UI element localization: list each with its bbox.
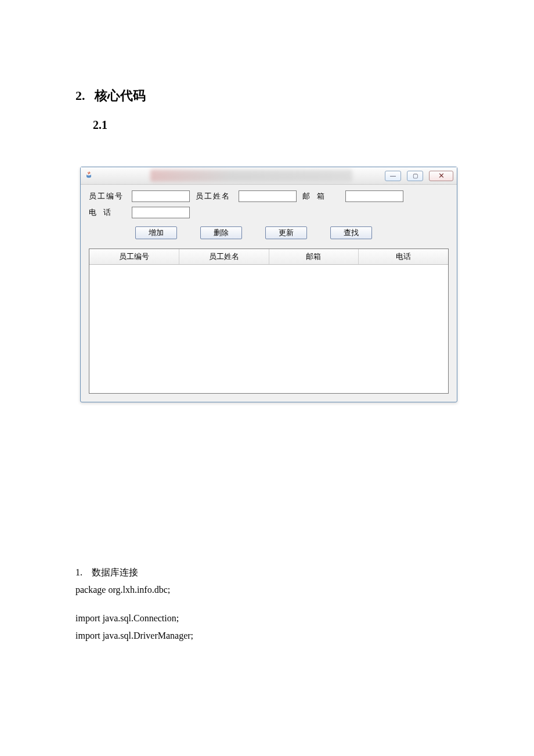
table-header-row: 员工编号 员工姓名 邮箱 电话	[89, 249, 448, 265]
form-area: 员工编号 员工姓名 邮 箱 电 话 增加 删除 更新 查找	[81, 185, 457, 245]
list-number: 1.	[75, 567, 82, 577]
emp-name-label: 员工姓名	[196, 191, 233, 201]
heading-number: 2.	[75, 88, 85, 103]
code-line: import java.sql.Connection;	[75, 611, 459, 626]
delete-button[interactable]: 删除	[200, 226, 242, 239]
code-line: import java.sql.DriverManager;	[75, 628, 459, 643]
search-button[interactable]: 查找	[330, 226, 372, 239]
emp-id-input[interactable]	[132, 190, 190, 202]
data-table[interactable]: 员工编号 员工姓名 邮箱 电话	[89, 249, 449, 394]
maximize-button[interactable]: ▢	[407, 171, 423, 181]
document-text: 1. 数据库连接 package org.lxh.info.dbc; impor…	[75, 565, 459, 643]
list-item-1: 1. 数据库连接	[75, 565, 459, 580]
blurred-title-text	[150, 170, 352, 182]
table-header-email[interactable]: 邮箱	[269, 249, 359, 264]
emp-id-label: 员工编号	[89, 191, 126, 201]
email-label: 邮 箱	[302, 191, 340, 201]
section-heading: 2. 核心代码	[75, 87, 459, 105]
sub-heading: 2.1	[93, 118, 459, 132]
emp-name-input[interactable]	[239, 190, 297, 202]
phone-label: 电 话	[89, 207, 126, 218]
table-header-empid[interactable]: 员工编号	[89, 249, 179, 264]
update-button[interactable]: 更新	[265, 226, 307, 239]
table-header-phone[interactable]: 电话	[359, 249, 448, 264]
java-app-window: — ▢ ✕ 员工编号 员工姓名 邮 箱 电 话 增加 删除 更新 查找 员工编号…	[80, 167, 457, 402]
window-titlebar[interactable]: — ▢ ✕	[81, 167, 457, 185]
phone-input[interactable]	[132, 207, 190, 218]
heading-text: 核心代码	[95, 88, 146, 103]
email-input[interactable]	[345, 190, 403, 202]
minimize-button[interactable]: —	[385, 171, 401, 181]
list-text: 数据库连接	[92, 567, 138, 577]
add-button[interactable]: 增加	[135, 226, 177, 239]
close-button[interactable]: ✕	[429, 171, 453, 181]
java-cup-icon	[84, 171, 93, 181]
code-line: package org.lxh.info.dbc;	[75, 582, 459, 597]
table-header-empname[interactable]: 员工姓名	[179, 249, 269, 264]
